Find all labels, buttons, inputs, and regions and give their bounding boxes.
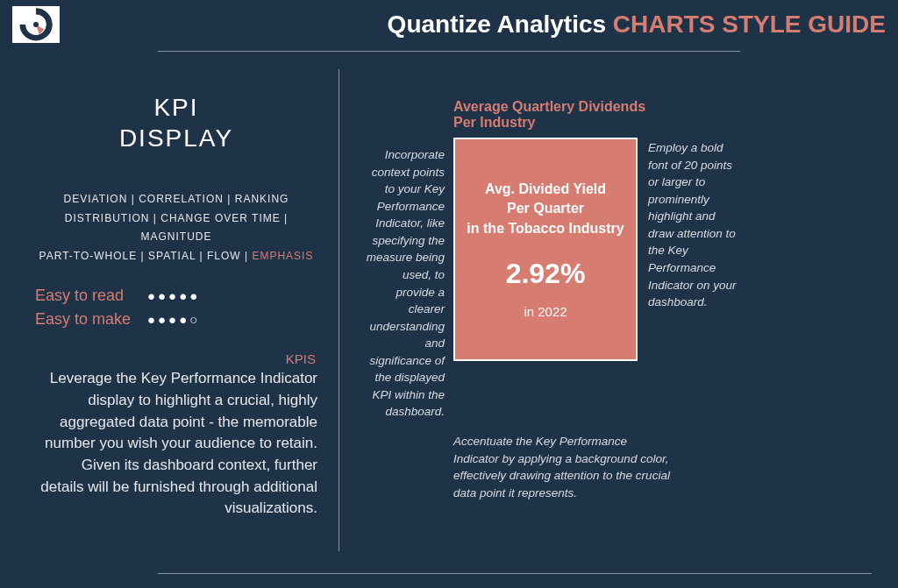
annotation-bottom: Accentuate the Key Performance Indicator… xyxy=(453,433,673,501)
chart-title: Average Quartlery Dividends Per Industry xyxy=(453,99,664,131)
category-tags: DEVIATION | CORRELATION | RANKING DISTRI… xyxy=(32,190,321,266)
kpi-card-year: in 2022 xyxy=(524,304,567,319)
quantize-logo-icon xyxy=(19,8,53,41)
footer-divider xyxy=(158,573,872,574)
tags-line-2: DISTRIBUTION | CHANGE OVER TIME | MAGNIT… xyxy=(32,209,321,247)
header-subtitle: CHARTS STYLE GUIDE xyxy=(613,11,886,38)
annotation-left: Incorporate context points to your Key P… xyxy=(366,138,453,421)
rating-read-dots: ●●●●● xyxy=(147,288,200,303)
kpi-description: Leverage the Key Performance Indicator d… xyxy=(32,368,321,519)
right-column: Average Quartlery Dividends Per Industry… xyxy=(339,73,866,551)
header: Quantize Analytics CHARTS STYLE GUIDE xyxy=(0,0,898,47)
kpis-heading: KPIS xyxy=(32,351,321,366)
rating-easy-read: Easy to read ●●●●● xyxy=(35,287,321,305)
kpi-card-value: 2.92% xyxy=(506,258,586,290)
emphasis-tag: EMPHASIS xyxy=(252,250,313,262)
annotation-right: Employ a bold font of 20 points or large… xyxy=(638,138,743,311)
header-title: Quantize Analytics CHARTS STYLE GUIDE xyxy=(77,11,886,39)
tags-line-1: DEVIATION | CORRELATION | RANKING xyxy=(32,190,321,209)
kpi-card-line3: in the Tobacco Industry xyxy=(467,219,624,238)
kpi-row: Incorporate context points to your Key P… xyxy=(366,138,866,421)
content: KPI DISPLAY DEVIATION | CORRELATION | RA… xyxy=(0,52,898,551)
kpi-card-line1: Avg. Divided Yield xyxy=(485,180,606,199)
logo-box xyxy=(12,6,60,43)
ratings-block: Easy to read ●●●●● Easy to make ●●●●○ xyxy=(32,287,321,329)
brand-name: Quantize Analytics xyxy=(388,11,613,38)
rating-make-dots: ●●●●○ xyxy=(147,312,200,327)
kpi-title: KPI DISPLAY xyxy=(32,92,321,153)
kpi-card-line2: Per Quarter xyxy=(507,199,584,218)
svg-point-0 xyxy=(33,22,39,27)
rating-easy-make: Easy to make ●●●●○ xyxy=(35,310,321,329)
tags-line-3: PART-TO-WHOLE | SPATIAL | FLOW | EMPHASI… xyxy=(32,247,321,266)
kpi-card: Avg. Divided Yield Per Quarter in the To… xyxy=(453,138,638,361)
left-column: KPI DISPLAY DEVIATION | CORRELATION | RA… xyxy=(32,73,339,551)
